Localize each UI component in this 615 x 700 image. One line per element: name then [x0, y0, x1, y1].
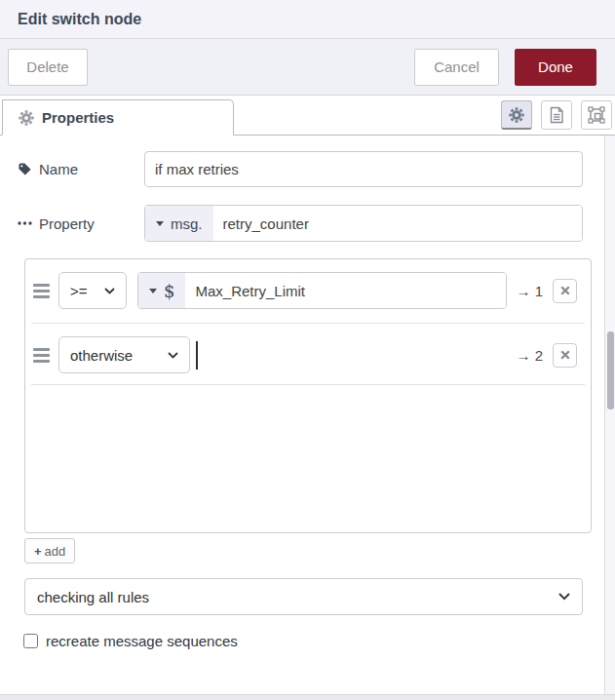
bottom-strip	[0, 694, 615, 700]
drag-handle-icon[interactable]	[33, 284, 50, 298]
name-row: Name	[18, 151, 583, 187]
properties-gear-button[interactable]	[501, 100, 532, 130]
dialog-button-bar: Delete Cancel Done	[0, 39, 615, 96]
rule-2-operator-select[interactable]: otherwise	[58, 336, 190, 373]
name-input[interactable]	[144, 151, 583, 187]
gear-icon	[19, 110, 34, 126]
property-type-label: msg.	[171, 215, 203, 232]
edit-switch-node-dialog: Edit switch node Delete Cancel Done	[0, 0, 615, 700]
scrollbar-thumb[interactable]	[607, 331, 614, 409]
rules-container: >= $ → 1	[24, 258, 592, 533]
scrollbar-track[interactable]	[604, 136, 615, 694]
document-icon	[549, 106, 564, 124]
name-label: Name	[18, 161, 144, 177]
rule-1-value-input[interactable]	[185, 273, 506, 308]
chevron-down-icon	[168, 352, 178, 359]
x-icon	[560, 286, 570, 295]
property-row: Property msg.	[18, 205, 583, 242]
recreate-sequences-checkbox[interactable]	[23, 634, 38, 648]
editor-tab-row: Properties	[0, 96, 615, 136]
rule-1-operator-select[interactable]: >=	[58, 272, 127, 309]
rule-row-2: otherwise → 2	[33, 336, 577, 373]
rule-row-1: >= $ → 1	[33, 272, 577, 309]
rule-1-type-label: $	[164, 281, 174, 301]
tag-icon	[18, 162, 32, 176]
ellipsis-icon	[18, 220, 32, 226]
property-label: Property	[18, 215, 144, 232]
plus-icon: +	[34, 544, 42, 559]
rule-1-remove-button[interactable]	[553, 279, 577, 303]
rule-separator	[31, 384, 585, 385]
caret-down-icon	[149, 289, 157, 293]
text-cursor	[196, 341, 198, 369]
description-button[interactable]	[541, 100, 572, 130]
recreate-sequences-row: recreate message sequences	[23, 633, 238, 649]
rule-mode-select[interactable]: checking all rules	[24, 578, 583, 615]
tab-properties[interactable]: Properties	[2, 99, 234, 136]
done-button[interactable]: Done	[515, 49, 596, 86]
property-input[interactable]	[213, 206, 582, 241]
rule-1-output-label: → 1	[516, 283, 543, 299]
delete-button[interactable]: Delete	[8, 49, 88, 86]
rule-separator	[31, 323, 585, 324]
tab-properties-label: Properties	[42, 109, 114, 126]
appearance-selection-icon	[588, 106, 605, 124]
rule-1-typed-input: $	[137, 272, 507, 309]
rule-2-output-label: → 2	[516, 347, 543, 364]
dialog-title: Edit switch node	[18, 11, 141, 28]
cancel-button[interactable]: Cancel	[414, 49, 499, 86]
dialog-header: Edit switch node	[0, 0, 615, 39]
property-typed-input: msg.	[144, 205, 583, 242]
rule-2-remove-button[interactable]	[553, 343, 577, 368]
add-rule-button[interactable]: + add	[24, 538, 75, 564]
property-type-button[interactable]: msg.	[145, 206, 213, 241]
gear-icon	[509, 107, 524, 123]
x-icon	[560, 350, 570, 360]
caret-down-icon	[156, 221, 164, 226]
rule-1-type-button[interactable]: $	[138, 273, 185, 308]
drag-handle-icon[interactable]	[33, 348, 50, 363]
chevron-down-icon	[104, 288, 115, 294]
editor-toolbar	[501, 100, 615, 130]
recreate-sequences-label[interactable]: recreate message sequences	[46, 633, 238, 649]
appearance-button[interactable]	[581, 100, 612, 130]
chevron-down-icon	[558, 593, 570, 601]
